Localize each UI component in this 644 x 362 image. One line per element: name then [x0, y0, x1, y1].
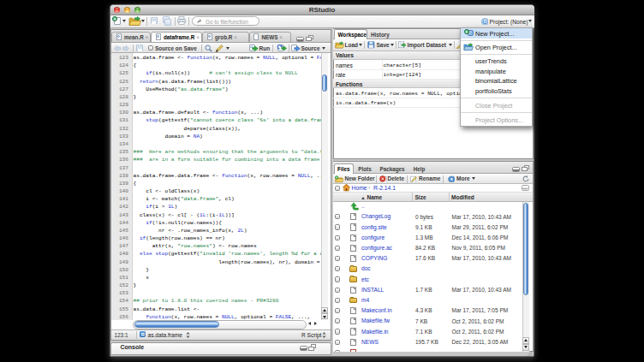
svg-text:R: R	[483, 19, 486, 24]
